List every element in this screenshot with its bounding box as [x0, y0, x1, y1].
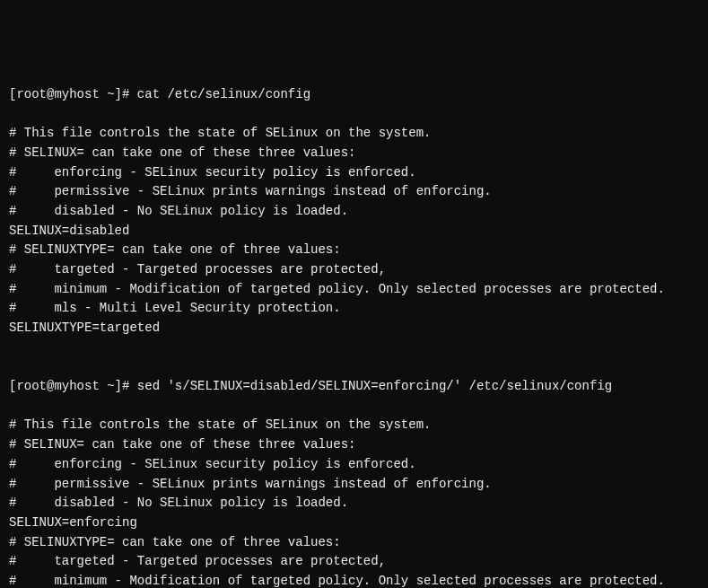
terminal-output-line: # This file controls the state of SELinu… [9, 416, 699, 435]
terminal-output-line: # minimum - Modification of targeted pol… [9, 572, 699, 588]
shell-command: cat /etc/selinux/config [137, 87, 310, 101]
terminal-output-line: # disabled - No SELinux policy is loaded… [9, 202, 699, 222]
terminal-line: [root@myhost ~]# sed 's/SELINUX=disabled… [9, 377, 699, 397]
terminal-output-line: # mls - Multi Level Security protection. [9, 299, 699, 319]
terminal-output-line: # This file controls the state of SELinu… [9, 124, 699, 144]
terminal-output-line: # targeted - Targeted processes are prot… [9, 552, 699, 572]
terminal-output-line: # SELINUX= can take one of these three v… [9, 435, 699, 455]
shell-prompt: [root@myhost ~]# [9, 87, 137, 101]
terminal-output-line [9, 338, 699, 358]
terminal-output-line [9, 357, 699, 377]
terminal-output-line: # enforcing - SELinux security policy is… [9, 455, 699, 475]
terminal-output-line [9, 397, 699, 417]
terminal-content[interactable]: [root@myhost ~]# cat /etc/selinux/config… [9, 85, 699, 588]
terminal-output-line: SELINUX=disabled [9, 222, 699, 241]
terminal-output-line: # enforcing - SELinux security policy is… [9, 163, 699, 183]
terminal-output-line: # minimum - Modification of targeted pol… [9, 280, 699, 300]
terminal-output-line: SELINUX=enforcing [9, 513, 699, 533]
terminal-output-line: # SELINUXTYPE= can take one of three val… [9, 533, 699, 553]
terminal-output-line: # permissive - SELinux prints warnings i… [9, 475, 699, 495]
shell-prompt: [root@myhost ~]# [9, 379, 137, 393]
terminal-output-line [9, 104, 699, 124]
terminal-output-line: # targeted - Targeted processes are prot… [9, 260, 699, 280]
shell-command: sed 's/SELINUX=disabled/SELINUX=enforcin… [137, 379, 612, 393]
terminal-output-line: SELINUXTYPE=targeted [9, 319, 699, 338]
terminal-output-line: # SELINUXTYPE= can take one of three val… [9, 241, 699, 260]
terminal-output-line: # SELINUX= can take one of these three v… [9, 144, 699, 163]
terminal-line: [root@myhost ~]# cat /etc/selinux/config [9, 85, 699, 105]
terminal-window[interactable]: [root@myhost ~]# cat /etc/selinux/config… [9, 85, 699, 588]
terminal-output-line: # disabled - No SELinux policy is loaded… [9, 494, 699, 513]
terminal-output-line: # permissive - SELinux prints warnings i… [9, 182, 699, 202]
